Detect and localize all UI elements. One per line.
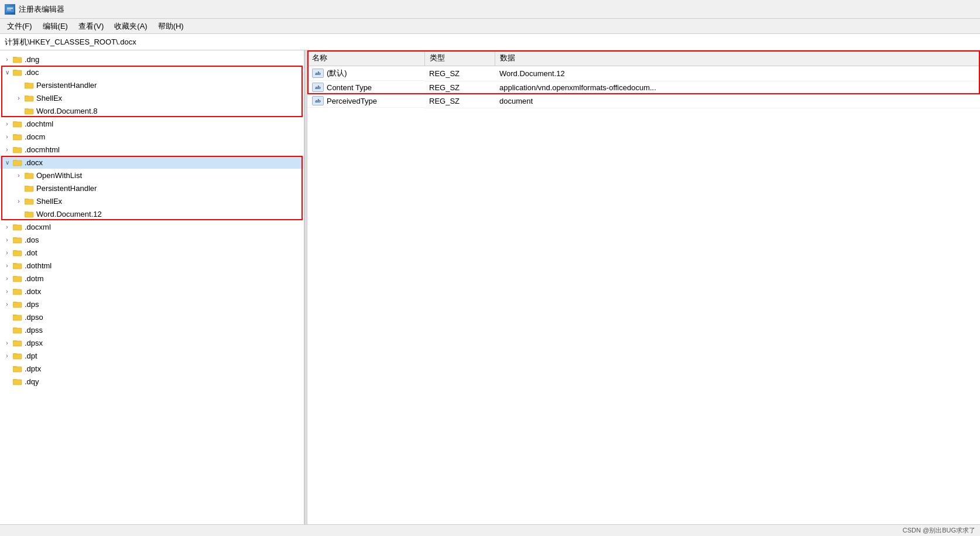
tree-item-doc[interactable]: ∨ .doc: [0, 66, 304, 78]
folder-icon: [13, 313, 22, 321]
tree-item-dqy[interactable]: .dqy: [0, 375, 304, 388]
expand-icon[interactable]: ›: [2, 146, 12, 153]
expand-icon[interactable]: ›: [2, 134, 12, 140]
svg-rect-76: [13, 366, 17, 368]
col-data[interactable]: 数据: [495, 50, 980, 66]
folder-icon: [25, 197, 34, 205]
tree-item-shellex-docx[interactable]: › ShellEx: [0, 194, 304, 207]
expand-icon[interactable]: ›: [2, 340, 12, 346]
tree-item-shellex-doc[interactable]: › ShellEx: [0, 91, 304, 104]
folder-icon: [13, 132, 22, 141]
app-title: 注册表编辑器: [19, 4, 64, 15]
tree-item-persistenthandler-doc[interactable]: PersistentHandler: [0, 78, 304, 91]
cell-type: REG_SZ: [424, 94, 495, 108]
menu-favorites[interactable]: 收藏夹(A): [109, 20, 152, 33]
tree-item-dpt[interactable]: › .dpt: [0, 349, 304, 362]
cell-name: ab(默认): [307, 66, 424, 81]
expand-icon[interactable]: ›: [2, 262, 12, 269]
tree-item-label: ShellEx: [36, 94, 62, 103]
expand-icon[interactable]: ›: [2, 224, 12, 230]
svg-rect-2: [7, 9, 11, 11]
expand-icon[interactable]: ›: [2, 301, 12, 308]
tree-item-dps[interactable]: › .dps: [0, 298, 304, 310]
tree-item-label: .dochtml: [25, 120, 53, 128]
detail-pane: 名称 类型 数据 ab(默认)REG_SZWord.Document.12abC…: [307, 50, 980, 524]
folder-icon: [13, 120, 22, 128]
registry-table: 名称 类型 数据 ab(默认)REG_SZWord.Document.12abC…: [307, 50, 980, 108]
tree-item-openwithlist[interactable]: › OpenWithList: [0, 169, 304, 182]
svg-rect-55: [13, 276, 17, 278]
svg-rect-10: [25, 83, 29, 84]
cell-name: abPerceivedType: [307, 94, 424, 108]
tree-item-label: .dotm: [25, 274, 44, 283]
folder-icon: [13, 300, 22, 308]
folder-icon: [13, 326, 22, 334]
tree-item-label: OpenWithList: [36, 171, 82, 180]
tree-item-dot[interactable]: › .dot: [0, 246, 304, 259]
tree-item-docm[interactable]: › .docm: [0, 130, 304, 143]
col-name[interactable]: 名称: [307, 50, 424, 66]
expand-icon[interactable]: ›: [14, 172, 23, 179]
tree-item-persistenthandler-docx[interactable]: PersistentHandler: [0, 182, 304, 194]
expand-icon[interactable]: ›: [2, 353, 12, 359]
svg-rect-22: [13, 134, 17, 136]
folder-icon: [13, 261, 22, 269]
tree-item-dpsx[interactable]: › .dpsx: [0, 336, 304, 349]
svg-rect-37: [25, 199, 29, 200]
menu-view[interactable]: 查看(V): [74, 20, 108, 33]
expand-icon[interactable]: ∨: [2, 69, 12, 76]
table-row[interactable]: abPerceivedTypeREG_SZdocument: [307, 94, 980, 108]
expand-icon[interactable]: ›: [2, 121, 12, 127]
folder-icon: [13, 145, 22, 153]
svg-rect-79: [13, 379, 17, 381]
tree-item-label: .dothtml: [25, 261, 52, 270]
folder-icon: [13, 55, 22, 63]
tree-item-label: .dpso: [25, 313, 43, 322]
tree-item-dochtml[interactable]: › .dochtml: [0, 117, 304, 130]
tree-item-dpso[interactable]: .dpso: [0, 310, 304, 323]
menu-file[interactable]: 文件(F): [2, 20, 37, 33]
tree-item-dptx[interactable]: .dptx: [0, 362, 304, 375]
expand-icon[interactable]: ›: [2, 56, 12, 63]
expand-icon[interactable]: ›: [14, 198, 23, 204]
tree-item-dothtml[interactable]: › .dothtml: [0, 259, 304, 272]
col-type[interactable]: 类型: [424, 50, 495, 66]
tree-item-docx[interactable]: ∨ .docx: [0, 156, 304, 169]
tree-item-docxml[interactable]: › .docxml: [0, 220, 304, 233]
tree-item-label: PersistentHandler: [36, 81, 97, 90]
table-row[interactable]: abContent TypeREG_SZapplication/vnd.open…: [307, 81, 980, 94]
cell-name: abContent Type: [307, 81, 424, 94]
tree-item-dos[interactable]: › .dos: [0, 233, 304, 246]
tree-item-docmhtml[interactable]: › .docmhtml: [0, 143, 304, 156]
tree-item-label: PersistentHandler: [36, 184, 97, 193]
tree-item-label: .dos: [25, 235, 39, 244]
expand-icon[interactable]: ›: [2, 275, 12, 282]
tree-item-dotm[interactable]: › .dotm: [0, 272, 304, 285]
expand-icon[interactable]: ›: [2, 237, 12, 243]
table-row[interactable]: ab(默认)REG_SZWord.Document.12: [307, 66, 980, 81]
tree-item-worddoc8[interactable]: Word.Document.8: [0, 104, 304, 117]
tree-item-worddoc12[interactable]: Word.Document.12: [0, 207, 304, 220]
expand-icon[interactable]: ›: [2, 250, 12, 256]
expand-icon[interactable]: ›: [2, 288, 12, 295]
tree-item-dotx[interactable]: › .dotx: [0, 285, 304, 298]
tree-item-dng[interactable]: › .dng: [0, 53, 304, 66]
expand-icon[interactable]: ›: [14, 95, 23, 101]
tree-item-dpss[interactable]: .dpss: [0, 323, 304, 336]
folder-icon: [13, 339, 22, 347]
expand-icon[interactable]: ∨: [2, 159, 12, 166]
menu-edit[interactable]: 编辑(E): [38, 20, 73, 33]
svg-rect-58: [13, 289, 17, 291]
svg-rect-61: [13, 302, 17, 303]
menu-help[interactable]: 帮助(H): [153, 20, 189, 33]
svg-rect-19: [13, 121, 17, 123]
folder-icon: [13, 274, 22, 282]
tree-item-label: .dps: [25, 300, 39, 309]
address-bar: 计算机\HKEY_CLASSES_ROOT\.docx: [0, 34, 980, 50]
svg-rect-40: [25, 211, 29, 213]
folder-icon: [25, 81, 34, 89]
tree-pane[interactable]: › .dng∨ .doc PersistentHandler› ShellEx …: [0, 50, 304, 524]
svg-rect-1: [7, 8, 13, 9]
folder-icon: [13, 223, 22, 231]
folder-icon: [25, 94, 34, 102]
